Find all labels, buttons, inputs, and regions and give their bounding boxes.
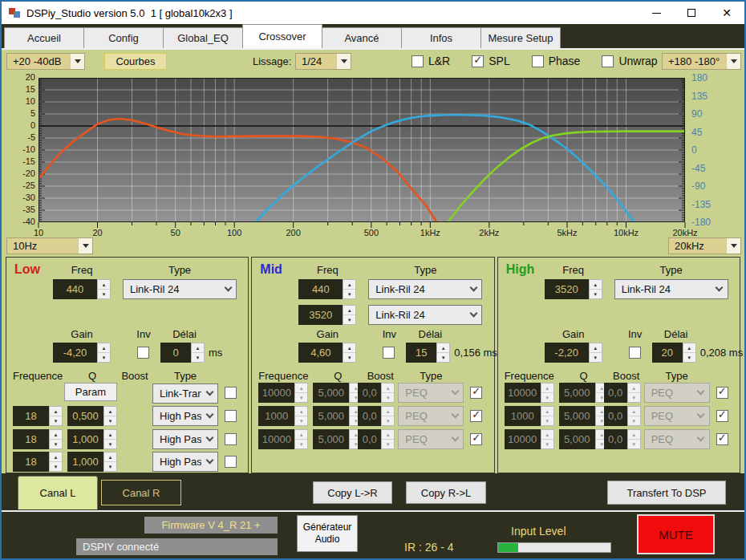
eq-q-spinner[interactable]: 1,000▲▼: [67, 452, 117, 472]
eq-freq-spinner[interactable]: 18▲▼: [13, 452, 63, 472]
crossover-freq-spinner[interactable]: 3520▲▼: [298, 305, 356, 325]
spinner-down-icon[interactable]: ▼: [98, 290, 110, 298]
eq-q-spinner[interactable]: 1,000▲▼: [67, 429, 117, 449]
chevron-down-icon[interactable]: [70, 54, 84, 69]
spinner-up-icon[interactable]: ▲: [104, 407, 116, 416]
tab-crossover[interactable]: Crossover: [242, 24, 322, 48]
checkbox-box[interactable]: ✓: [472, 55, 484, 67]
freq-range-high-combo[interactable]: 20kHz: [668, 237, 741, 254]
spinner-up-icon[interactable]: ▲: [50, 407, 62, 416]
spinner-down-icon[interactable]: ▼: [590, 290, 602, 298]
spinner-down-icon[interactable]: ▼: [98, 353, 110, 362]
eq-type-dropdown[interactable]: High Pass: [152, 452, 218, 472]
spinner-down-icon[interactable]: ▼: [343, 353, 355, 362]
spinner-down-icon[interactable]: ▼: [683, 353, 695, 362]
delay-spinner[interactable]: 20▲▼: [652, 343, 696, 363]
delay-spinner[interactable]: 0▲▼: [160, 343, 205, 363]
crossover-freq-spinner[interactable]: 440▲▼: [298, 279, 356, 299]
eq-q-spinner[interactable]: 0,500▲▼: [67, 406, 117, 426]
spinner-up-icon[interactable]: ▲: [590, 280, 602, 290]
crossover-type-dropdown[interactable]: Link-Ril 24: [368, 279, 482, 299]
eq-enable-checkbox[interactable]: ✓: [716, 433, 728, 445]
tab-config[interactable]: Config: [83, 27, 164, 48]
inv-checkbox[interactable]: ✓: [383, 347, 395, 359]
gain-spinner[interactable]: 4,60▲▼: [298, 343, 356, 363]
param-button[interactable]: Param: [64, 383, 117, 401]
chevron-down-icon[interactable]: [336, 54, 351, 69]
spinner-down-icon[interactable]: ▼: [104, 440, 116, 448]
delay-spinner[interactable]: 15▲▼: [406, 343, 450, 363]
tab-avanc-[interactable]: Avancé: [322, 27, 402, 48]
spinner-down-icon[interactable]: ▼: [50, 440, 62, 448]
spinner-up-icon[interactable]: ▲: [343, 280, 355, 290]
eq-enable-checkbox[interactable]: ✓: [716, 410, 728, 422]
copy-l-to-r-button[interactable]: Copy L->R: [313, 481, 392, 504]
spinner-up-icon[interactable]: ▲: [683, 343, 695, 353]
eq-freq-spinner[interactable]: 18▲▼: [13, 406, 63, 426]
canal-l-tab[interactable]: Canal L: [18, 476, 98, 509]
eq-freq-spinner[interactable]: 18▲▼: [13, 429, 63, 449]
eq-enable-checkbox[interactable]: ✓: [225, 433, 237, 445]
crossover-type-dropdown[interactable]: Link-Ril 24: [123, 279, 237, 299]
param-type-dropdown[interactable]: Link-Transf: [152, 383, 218, 404]
lissage-combo[interactable]: 1/24: [295, 53, 351, 70]
chevron-down-icon[interactable]: [78, 238, 92, 254]
canal-r-tab[interactable]: Canal R: [101, 480, 181, 505]
eq-type-dropdown[interactable]: High Pass: [152, 406, 218, 426]
checkbox-box[interactable]: ✓: [412, 55, 424, 67]
spinner-down-icon[interactable]: ▼: [437, 353, 449, 362]
spinner-down-icon[interactable]: ▼: [50, 462, 62, 471]
eq-enable-checkbox[interactable]: ✓: [225, 456, 237, 468]
eq-enable-checkbox[interactable]: ✓: [225, 410, 237, 422]
freq-range-low-combo[interactable]: 10Hz: [6, 237, 93, 254]
crossover-freq-spinner[interactable]: 3520▲▼: [545, 279, 602, 299]
db-range-combo[interactable]: +20 -40dB: [6, 53, 85, 70]
eq-type-dropdown[interactable]: High Pass: [152, 429, 218, 449]
tab-accueil[interactable]: Accueil: [4, 27, 84, 48]
tab-global-eq[interactable]: Global_EQ: [163, 27, 243, 48]
spinner-up-icon[interactable]: ▲: [343, 343, 355, 353]
eq-enable-checkbox[interactable]: ✓: [716, 387, 728, 399]
phase-range-combo[interactable]: +180 -180°: [662, 53, 741, 70]
checkbox-box[interactable]: ✓: [532, 55, 544, 67]
spinner-down-icon[interactable]: ▼: [104, 462, 116, 471]
chevron-down-icon[interactable]: [726, 238, 740, 254]
checkbox-spl[interactable]: ✓SPL: [472, 55, 509, 67]
spinner-up-icon[interactable]: ▲: [343, 306, 355, 315]
chevron-down-icon[interactable]: [726, 54, 740, 69]
checkbox-phase[interactable]: ✓Phase: [532, 55, 581, 67]
spinner-down-icon[interactable]: ▼: [104, 416, 116, 425]
copy-r-to-l-button[interactable]: Copy R->L: [406, 481, 486, 504]
spinner-up-icon[interactable]: ▲: [50, 430, 62, 440]
checkbox-unwrap[interactable]: ✓Unwrap: [602, 55, 657, 67]
inv-checkbox[interactable]: ✓: [137, 347, 149, 359]
checkbox-box[interactable]: ✓: [602, 55, 614, 67]
audio-generator-button[interactable]: Générateur Audio: [297, 515, 358, 552]
spinner-down-icon[interactable]: ▼: [50, 416, 62, 425]
spinner-up-icon[interactable]: ▲: [192, 343, 204, 353]
tab-infos[interactable]: Infos: [401, 27, 481, 48]
tab-mesure-setup[interactable]: Mesure Setup: [480, 27, 561, 48]
spinner-down-icon[interactable]: ▼: [343, 290, 355, 298]
checkbox-lr[interactable]: ✓L&R: [412, 55, 450, 67]
eq-enable-checkbox[interactable]: ✓: [470, 410, 482, 422]
eq-enable-checkbox[interactable]: ✓: [470, 387, 482, 399]
crossover-freq-spinner[interactable]: 440▲▼: [53, 279, 111, 299]
mute-button[interactable]: MUTE: [637, 514, 715, 554]
spinner-up-icon[interactable]: ▲: [104, 452, 116, 462]
courbes-button[interactable]: Courbes: [104, 53, 167, 70]
close-button[interactable]: ✕: [709, 2, 744, 24]
spinner-up-icon[interactable]: ▲: [98, 280, 110, 290]
spinner-up-icon[interactable]: ▲: [104, 430, 116, 440]
spinner-down-icon[interactable]: ▼: [343, 315, 355, 324]
gain-spinner[interactable]: -4,20▲▼: [53, 343, 111, 363]
minimize-button[interactable]: [639, 2, 674, 24]
gain-spinner[interactable]: -2,20▲▼: [545, 343, 602, 363]
spinner-up-icon[interactable]: ▲: [590, 343, 602, 353]
eq-enable-checkbox[interactable]: ✓: [470, 433, 482, 445]
crossover-type-dropdown[interactable]: Link-Ril 24: [614, 279, 728, 299]
spinner-up-icon[interactable]: ▲: [98, 343, 110, 353]
param-checkbox[interactable]: ✓: [225, 387, 237, 399]
maximize-button[interactable]: [674, 2, 709, 24]
spinner-up-icon[interactable]: ▲: [50, 452, 62, 462]
